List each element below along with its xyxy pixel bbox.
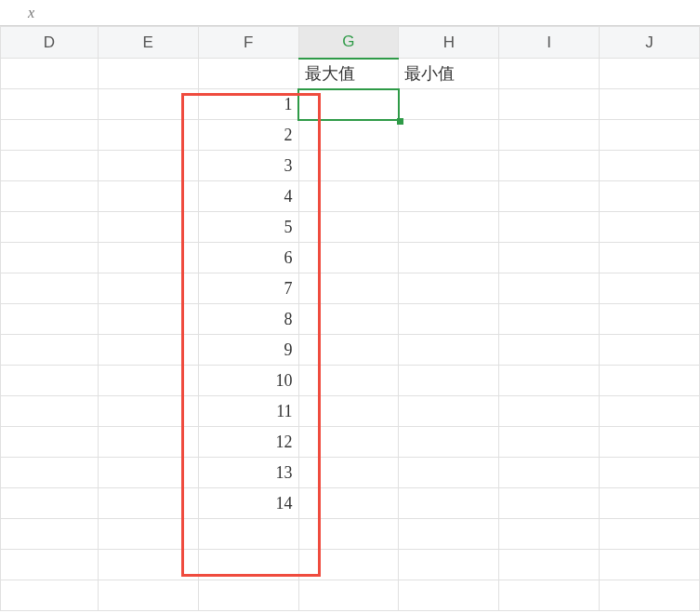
cell[interactable] xyxy=(499,335,600,366)
col-header-H[interactable]: H xyxy=(399,27,499,59)
cell[interactable] xyxy=(1,89,99,120)
cell[interactable] xyxy=(600,580,700,611)
cell[interactable] xyxy=(600,243,700,273)
col-header-J[interactable]: J xyxy=(600,27,700,59)
cell[interactable] xyxy=(399,243,499,273)
cell[interactable] xyxy=(198,519,298,550)
cell[interactable] xyxy=(1,212,99,243)
cell[interactable] xyxy=(1,243,99,273)
cell[interactable] xyxy=(399,427,499,458)
cell-label-min[interactable]: 最小值 xyxy=(399,59,499,89)
cell[interactable] xyxy=(98,304,198,335)
cell[interactable] xyxy=(298,488,399,519)
cell[interactable] xyxy=(600,488,700,519)
cell[interactable]: 1 xyxy=(198,89,298,120)
cell[interactable] xyxy=(298,151,399,181)
cell[interactable] xyxy=(98,151,198,181)
cell[interactable] xyxy=(298,427,399,458)
cell[interactable] xyxy=(1,151,99,181)
cell-label-max[interactable]: 最大值 xyxy=(298,59,399,89)
cell[interactable]: 6 xyxy=(198,243,298,273)
cell[interactable] xyxy=(600,151,700,181)
cell[interactable] xyxy=(600,519,700,550)
cell[interactable] xyxy=(98,181,198,212)
cell[interactable] xyxy=(399,120,499,151)
cell[interactable] xyxy=(499,181,600,212)
cell[interactable] xyxy=(98,335,198,366)
cell[interactable] xyxy=(298,304,399,335)
cell[interactable] xyxy=(600,273,700,304)
cell[interactable] xyxy=(499,488,600,519)
cell[interactable] xyxy=(1,550,99,580)
cell[interactable] xyxy=(98,580,198,611)
cell[interactable] xyxy=(499,243,600,273)
cell[interactable] xyxy=(1,120,99,151)
cell[interactable] xyxy=(600,427,700,458)
cell[interactable] xyxy=(600,458,700,488)
cell[interactable] xyxy=(399,366,499,396)
cell[interactable] xyxy=(298,519,399,550)
cell[interactable] xyxy=(600,120,700,151)
cell[interactable] xyxy=(600,396,700,427)
cell[interactable] xyxy=(98,212,198,243)
cell[interactable] xyxy=(98,89,198,120)
cell[interactable] xyxy=(98,488,198,519)
col-header-I[interactable]: I xyxy=(499,27,600,59)
cell[interactable] xyxy=(499,519,600,550)
cell[interactable] xyxy=(600,59,700,89)
cell[interactable] xyxy=(600,366,700,396)
cell[interactable] xyxy=(198,580,298,611)
cell[interactable] xyxy=(1,366,99,396)
cell[interactable] xyxy=(298,212,399,243)
cell[interactable] xyxy=(298,243,399,273)
cell[interactable] xyxy=(399,580,499,611)
cell[interactable] xyxy=(399,519,499,550)
cell[interactable] xyxy=(98,120,198,151)
cell[interactable] xyxy=(1,59,99,89)
cell[interactable] xyxy=(1,396,99,427)
formula-bar[interactable]: x xyxy=(0,0,700,26)
cell[interactable] xyxy=(499,151,600,181)
cell[interactable]: 14 xyxy=(198,488,298,519)
cell[interactable] xyxy=(499,120,600,151)
col-header-E[interactable]: E xyxy=(98,27,198,59)
cell[interactable] xyxy=(399,550,499,580)
cell[interactable] xyxy=(499,366,600,396)
cell[interactable] xyxy=(1,273,99,304)
cell[interactable]: 10 xyxy=(198,366,298,396)
cell[interactable] xyxy=(98,59,198,89)
cell[interactable] xyxy=(1,335,99,366)
cell[interactable] xyxy=(98,550,198,580)
cell[interactable] xyxy=(98,273,198,304)
cell[interactable] xyxy=(600,304,700,335)
cell[interactable] xyxy=(298,273,399,304)
cell[interactable] xyxy=(1,304,99,335)
cell[interactable] xyxy=(499,59,600,89)
col-header-D[interactable]: D xyxy=(1,27,99,59)
cell[interactable] xyxy=(298,120,399,151)
cell[interactable] xyxy=(399,212,499,243)
cell[interactable] xyxy=(499,458,600,488)
cell[interactable]: 3 xyxy=(198,151,298,181)
cell[interactable] xyxy=(600,212,700,243)
cell[interactable] xyxy=(98,427,198,458)
cell[interactable]: 11 xyxy=(198,396,298,427)
cell[interactable] xyxy=(98,396,198,427)
cell[interactable] xyxy=(98,366,198,396)
cell[interactable]: 5 xyxy=(198,212,298,243)
cell[interactable] xyxy=(399,181,499,212)
cell[interactable] xyxy=(198,59,298,89)
cell[interactable] xyxy=(499,550,600,580)
cell[interactable] xyxy=(98,243,198,273)
cell[interactable]: 2 xyxy=(198,120,298,151)
cell[interactable] xyxy=(399,458,499,488)
cell[interactable] xyxy=(1,427,99,458)
cell[interactable] xyxy=(399,335,499,366)
cell[interactable] xyxy=(499,396,600,427)
cell[interactable] xyxy=(298,458,399,488)
cell[interactable] xyxy=(499,580,600,611)
cell[interactable]: 8 xyxy=(198,304,298,335)
cell[interactable] xyxy=(298,181,399,212)
cell[interactable]: 7 xyxy=(198,273,298,304)
cell[interactable] xyxy=(1,488,99,519)
